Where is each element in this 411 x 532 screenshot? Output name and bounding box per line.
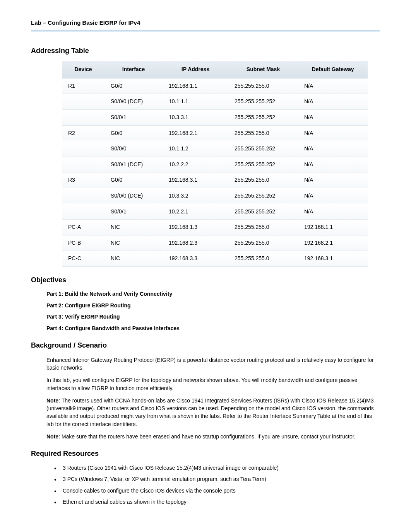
cell-gateway: 192.168.2.1 — [298, 235, 368, 251]
background-note: Note: Make sure that the routers have be… — [46, 433, 380, 440]
cell-mask: 255.255.255.252 — [228, 188, 298, 204]
cell-device: PC-B — [62, 235, 104, 251]
cell-mask: 255.255.255.0 — [228, 235, 298, 251]
addressing-table: Device Interface IP Address Subnet Mask … — [62, 61, 368, 267]
cell-mask: 255.255.255.0 — [228, 172, 298, 188]
cell-gateway: N/A — [298, 204, 368, 220]
section-heading-objectives: Objectives — [31, 275, 380, 285]
cell-ip: 10.3.3.2 — [163, 188, 228, 204]
cell-ip: 10.2.2.2 — [163, 157, 228, 172]
cell-device — [62, 204, 104, 220]
cell-interface: S0/0/1 — [104, 109, 163, 125]
cell-ip: 192.168.1.1 — [163, 78, 228, 94]
cell-ip: 192.168.1.3 — [163, 220, 228, 235]
cell-mask: 255.255.255.252 — [228, 157, 298, 172]
objectives-list: Part 1: Build the Network and Verify Con… — [46, 290, 380, 332]
cell-device: R3 — [62, 172, 104, 188]
cell-gateway: 192.168.1.1 — [298, 220, 368, 235]
col-ip: IP Address — [163, 61, 228, 78]
col-device: Device — [62, 61, 104, 78]
table-row: R2G0/0192.168.2.1255.255.255.0N/A — [62, 125, 368, 141]
cell-ip: 192.168.3.1 — [163, 172, 228, 188]
cell-interface: S0/0/0 — [104, 141, 163, 157]
table-row: S0/0/110.3.3.1255.255.255.252N/A — [62, 109, 368, 125]
objective-item: Part 1: Build the Network and Verify Con… — [46, 290, 380, 298]
cell-gateway: N/A — [298, 94, 368, 110]
section-heading-background: Background / Scenario — [31, 341, 380, 350]
cell-gateway: N/A — [298, 141, 368, 157]
cell-mask: 255.255.255.252 — [228, 141, 298, 157]
cell-interface: NIC — [104, 251, 163, 267]
cell-gateway: N/A — [298, 109, 368, 125]
page-header-title: Lab – Configuring Basic EIGRP for IPv4 — [31, 19, 380, 27]
cell-device: PC-A — [62, 220, 104, 235]
table-row: S0/0/0 (DCE)10.3.3.2255.255.255.252N/A — [62, 188, 368, 204]
col-gateway: Default Gateway — [298, 61, 368, 78]
table-row: R1G0/0192.168.1.1255.255.255.0N/A — [62, 78, 368, 94]
cell-interface: S0/0/0 (DCE) — [104, 94, 163, 110]
cell-device — [62, 94, 104, 110]
objective-item: Part 2: Configure EIGRP Routing — [46, 302, 380, 310]
cell-interface: G0/0 — [104, 172, 163, 188]
cell-mask: 255.255.255.0 — [228, 220, 298, 235]
table-row: PC-CNIC192.168.3.3255.255.255.0192.168.3… — [62, 251, 368, 267]
note-text: : The routers used with CCNA hands-on la… — [46, 397, 374, 427]
cell-interface: S0/0/1 (DCE) — [104, 157, 163, 172]
cell-interface: NIC — [104, 220, 163, 235]
cell-gateway: N/A — [298, 188, 368, 204]
note-label: Note — [46, 433, 58, 440]
table-row: S0/0/010.1.1.2255.255.255.252N/A — [62, 141, 368, 157]
table-row: S0/0/110.2.2.1255.255.255.252N/A — [62, 204, 368, 220]
table-row: PC-ANIC192.168.1.3255.255.255.0192.168.1… — [62, 220, 368, 235]
table-row: S0/0/1 (DCE)10.2.2.2255.255.255.252N/A — [62, 157, 368, 172]
cell-ip: 10.1.1.1 — [163, 94, 228, 110]
objective-item: Part 4: Configure Bandwidth and Passive … — [46, 325, 380, 332]
cell-gateway: N/A — [298, 125, 368, 141]
col-mask: Subnet Mask — [228, 61, 298, 78]
cell-mask: 255.255.255.252 — [228, 94, 298, 110]
cell-ip: 10.3.3.1 — [163, 109, 228, 125]
cell-ip: 192.168.2.1 — [163, 125, 228, 141]
cell-device: R2 — [62, 125, 104, 141]
cell-interface: G0/0 — [104, 78, 163, 94]
col-interface: Interface — [104, 61, 163, 78]
objective-item: Part 3: Verify EIGRP Routing — [46, 313, 380, 321]
cell-device — [62, 157, 104, 172]
cell-interface: NIC — [104, 235, 163, 251]
cell-ip: 10.2.2.1 — [163, 204, 228, 220]
resource-item: 3 Routers (Cisco 1941 with Cisco IOS Rel… — [54, 464, 380, 472]
cell-interface: G0/0 — [104, 125, 163, 141]
resource-item: 3 PCs (Windows 7, Vista, or XP with term… — [54, 476, 380, 483]
cell-device: R1 — [62, 78, 104, 94]
cell-interface: S0/0/1 — [104, 204, 163, 220]
note-text: : Make sure that the routers have been e… — [58, 433, 355, 440]
table-row: S0/0/0 (DCE)10.1.1.1255.255.255.252N/A — [62, 94, 368, 110]
table-row: PC-BNIC192.168.2.3255.255.255.0192.168.2… — [62, 235, 368, 251]
section-heading-resources: Required Resources — [31, 449, 380, 459]
cell-device — [62, 188, 104, 204]
cell-gateway: N/A — [298, 172, 368, 188]
background-paragraph: In this lab, you will configure EIGRP fo… — [46, 376, 380, 392]
cell-ip: 10.1.1.2 — [163, 141, 228, 157]
note-label: Note — [46, 397, 58, 404]
cell-mask: 255.255.255.0 — [228, 78, 298, 94]
cell-device — [62, 141, 104, 157]
cell-mask: 255.255.255.0 — [228, 251, 298, 267]
resource-item: Console cables to configure the Cisco IO… — [54, 487, 380, 495]
cell-gateway: N/A — [298, 157, 368, 172]
table-header-row: Device Interface IP Address Subnet Mask … — [62, 61, 368, 78]
section-heading-addressing: Addressing Table — [31, 46, 380, 56]
cell-gateway: N/A — [298, 78, 368, 94]
resources-list: 3 Routers (Cisco 1941 with Cisco IOS Rel… — [54, 464, 380, 506]
cell-ip: 192.168.3.3 — [163, 251, 228, 267]
cell-mask: 255.255.255.252 — [228, 204, 298, 220]
cell-device: PC-C — [62, 251, 104, 267]
cell-gateway: 192.168.3.1 — [298, 251, 368, 267]
table-row: R3G0/0192.168.3.1255.255.255.0N/A — [62, 172, 368, 188]
cell-mask: 255.255.255.252 — [228, 109, 298, 125]
background-paragraph: Enhanced Interior Gateway Routing Protoc… — [46, 356, 380, 372]
resource-item: Ethernet and serial cables as shown in t… — [54, 498, 380, 506]
background-note: Note: The routers used with CCNA hands-o… — [46, 397, 380, 428]
cell-device — [62, 109, 104, 125]
cell-ip: 192.168.2.3 — [163, 235, 228, 251]
